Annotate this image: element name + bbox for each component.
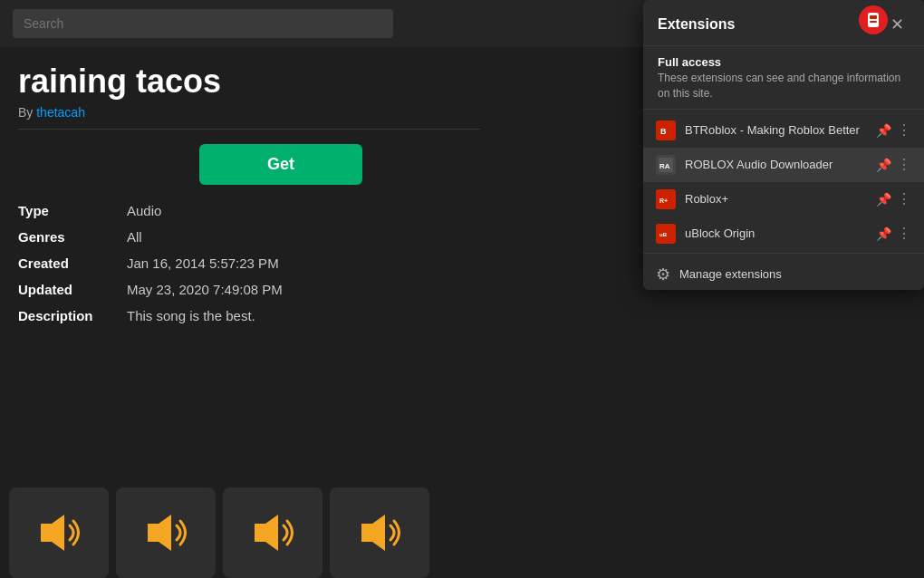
ext-item-btroblox[interactable]: B BTRoblox - Making Roblox Better 📌 ⋮: [643, 113, 924, 148]
main-content: raining tacos ••• By thetacah Get Type A…: [0, 0, 924, 578]
ext-title: Extensions: [658, 16, 735, 33]
ublock-icon-img: uB: [659, 226, 673, 241]
ext-item-audio-downloader[interactable]: RA ROBLOX Audio Downloader 📌 ⋮: [643, 148, 924, 182]
audio-downloader-icon: RA: [656, 155, 676, 175]
svg-marker-2: [255, 515, 278, 551]
btroblox-more-icon[interactable]: ⋮: [897, 121, 911, 139]
type-value: Audio: [127, 203, 161, 218]
audio-downloader-pin-icon[interactable]: 📌: [876, 158, 891, 172]
robloxplus-name: Roblox+: [685, 192, 876, 206]
btroblox-icon: B: [656, 120, 676, 140]
audio-downloader-icon-img: RA: [659, 158, 673, 172]
svg-text:R+: R+: [659, 197, 668, 204]
robloxplus-pin-icon[interactable]: 📌: [876, 192, 891, 207]
audio-downloader-more-icon[interactable]: ⋮: [897, 156, 911, 173]
ublock-icon: uB: [656, 224, 676, 244]
description-value: This song is the best.: [127, 308, 255, 323]
ext-item-ublock[interactable]: uB uBlock Origin 📌 ⋮: [643, 217, 924, 251]
audio-card-1[interactable]: [9, 487, 109, 578]
svg-marker-0: [41, 515, 64, 551]
ext-item-robloxplus[interactable]: R+ Roblox+ 📌 ⋮: [643, 182, 924, 217]
description-label: Description: [18, 308, 127, 323]
updated-value: May 23, 2020 7:49:08 PM: [127, 282, 283, 297]
full-access-desc: These extensions can see and change info…: [658, 71, 910, 101]
created-value: Jan 16, 2014 5:57:23 PM: [127, 255, 279, 271]
ublock-more-icon[interactable]: ⋮: [897, 225, 911, 242]
ext-divider: [643, 253, 924, 254]
svg-marker-3: [361, 515, 385, 551]
full-access-section: Full access These extensions can see and…: [643, 46, 924, 110]
gear-icon: ⚙: [656, 265, 670, 284]
robloxplus-more-icon[interactable]: ⋮: [897, 190, 911, 207]
created-label: Created: [18, 255, 127, 271]
svg-marker-1: [148, 515, 171, 551]
speaker-icon-4: [352, 506, 407, 560]
full-access-title: Full access: [658, 55, 910, 69]
audio-card-2[interactable]: [116, 487, 216, 578]
ublock-pin-icon[interactable]: 📌: [876, 226, 891, 241]
ext-list: B BTRoblox - Making Roblox Better 📌 ⋮ RA…: [643, 110, 924, 297]
roblox-logo-icon: [864, 11, 882, 29]
btroblox-name: BTRoblox - Making Roblox Better: [685, 123, 876, 137]
svg-rect-5: [870, 15, 877, 19]
svg-text:uB: uB: [659, 232, 668, 237]
extensions-panel: Extensions ✕ Full access These extension…: [643, 0, 924, 290]
ext-close-button[interactable]: ✕: [885, 13, 910, 36]
svg-text:RA: RA: [659, 162, 670, 170]
svg-rect-4: [868, 13, 879, 27]
ublock-name: uBlock Origin: [685, 226, 876, 240]
btroblox-icon-img: B: [659, 123, 673, 138]
svg-rect-6: [870, 21, 877, 23]
type-label: Type: [18, 203, 127, 218]
info-row-description: Description This song is the best.: [18, 308, 906, 323]
manage-extensions-row[interactable]: ⚙ Manage extensions: [643, 255, 924, 294]
speaker-icon-2: [139, 506, 193, 560]
manage-ext-label: Manage extensions: [679, 267, 782, 281]
audio-card-4[interactable]: [330, 487, 429, 578]
asset-title: raining tacos: [18, 63, 221, 100]
btroblox-pin-icon[interactable]: 📌: [876, 123, 891, 138]
audio-card-3[interactable]: [223, 487, 322, 578]
audio-downloader-name: ROBLOX Audio Downloader: [685, 158, 876, 171]
svg-text:B: B: [660, 127, 667, 136]
speaker-icon-1: [32, 506, 86, 560]
get-button[interactable]: Get: [199, 144, 362, 185]
search-input[interactable]: [13, 9, 393, 38]
roblox-logo: [859, 5, 888, 34]
divider: [18, 129, 480, 130]
genres-value: All: [127, 229, 142, 245]
author-link[interactable]: thetacah: [36, 105, 85, 120]
robloxplus-icon: R+: [656, 189, 676, 209]
speaker-icon-3: [245, 506, 300, 560]
robloxplus-icon-img: R+: [659, 192, 673, 207]
updated-label: Updated: [18, 282, 127, 297]
audio-cards: [0, 487, 924, 578]
genres-label: Genres: [18, 229, 127, 245]
